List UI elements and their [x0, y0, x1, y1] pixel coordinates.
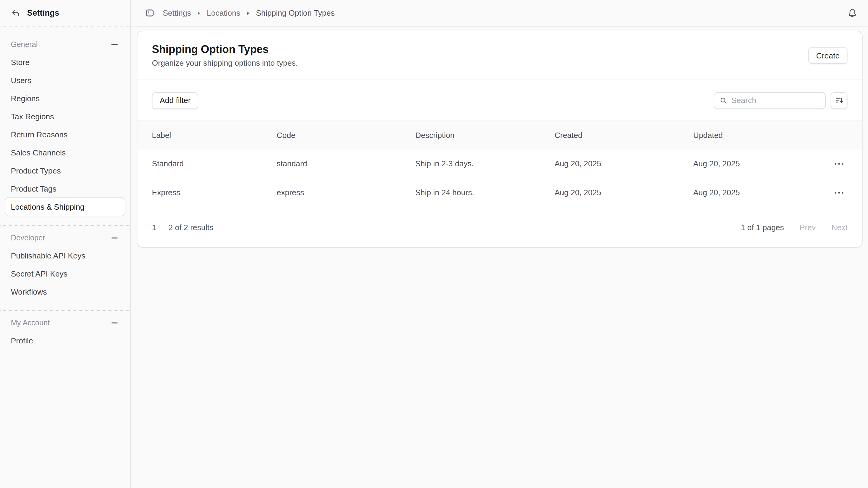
search-box [714, 92, 826, 109]
table-row[interactable]: Express express Ship in 24 hours. Aug 20… [137, 178, 862, 207]
page-title: Shipping Option Types [152, 43, 298, 56]
card-header: Shipping Option Types Organize your ship… [137, 31, 862, 80]
shipping-option-types-card: Shipping Option Types Organize your ship… [137, 31, 862, 247]
minus-icon [111, 41, 118, 48]
sidebar-item-profile[interactable]: Profile [5, 331, 125, 350]
settings-app: Settings General Store Users Regions Tax… [0, 0, 868, 488]
cell-created: Aug 20, 2025 [555, 159, 693, 168]
breadcrumb: Settings Locations Shipping Option Types [163, 8, 845, 18]
back-arrow-icon[interactable] [11, 8, 20, 18]
add-filter-button[interactable]: Add filter [152, 92, 198, 109]
column-header-code: Code [277, 130, 415, 139]
sort-button[interactable] [831, 92, 847, 109]
card-header-text: Shipping Option Types Organize your ship… [152, 43, 298, 67]
toolbar-right [714, 92, 847, 109]
sidebar-item-product-types[interactable]: Product Types [5, 161, 125, 180]
sidebar-item-product-tags[interactable]: Product Tags [5, 180, 125, 198]
sidebar-divider [0, 225, 130, 226]
pagination: 1 — 2 of 2 results 1 of 1 pages Prev Nex… [137, 207, 862, 247]
prev-page-button[interactable]: Prev [800, 223, 815, 232]
sidebar-item-regions[interactable]: Regions [5, 89, 125, 107]
row-actions-button[interactable] [831, 184, 847, 201]
cell-updated: Aug 20, 2025 [693, 188, 826, 197]
sidebar-item-return-reasons[interactable]: Return Reasons [5, 125, 125, 143]
column-header-label: Label [152, 130, 277, 139]
triangle-right-icon [246, 10, 250, 15]
sort-descending-icon [835, 96, 844, 105]
ellipsis-icon [834, 162, 844, 165]
cell-description: Ship in 24 hours. [415, 188, 555, 197]
section-label: Developer [11, 234, 45, 242]
cell-code: standard [277, 159, 415, 168]
sidebar-title: Settings [27, 8, 59, 18]
pagination-controls: 1 of 1 pages Prev Next [741, 223, 847, 232]
column-header-created: Created [555, 130, 693, 139]
section-header-developer: Developer [0, 230, 130, 247]
row-actions-button[interactable] [831, 155, 847, 172]
sidebar-item-workflows[interactable]: Workflows [5, 283, 125, 301]
cell-updated: Aug 20, 2025 [693, 159, 826, 168]
create-button[interactable]: Create [808, 47, 847, 64]
next-page-button[interactable]: Next [832, 223, 847, 232]
sidebar-item-tax-regions[interactable]: Tax Regions [5, 107, 125, 125]
section-header-general: General [0, 36, 130, 53]
sidebar-item-sales-channels[interactable]: Sales Channels [5, 143, 125, 161]
ellipsis-icon [834, 191, 844, 194]
sidebar-item-secret-api-keys[interactable]: Secret API Keys [5, 264, 125, 283]
minus-icon [111, 319, 118, 327]
collapse-developer-button[interactable] [110, 233, 119, 243]
search-icon [720, 96, 727, 104]
results-count: 1 — 2 of 2 results [152, 223, 213, 232]
table-header-row: Label Code Description Created Updated [137, 121, 862, 150]
section-label: My Account [11, 319, 50, 327]
sidebar-header: Settings [0, 0, 130, 27]
sidebar-toggle-icon [145, 8, 154, 18]
page-subtitle: Organize your shipping options into type… [152, 59, 298, 67]
column-header-description: Description [415, 130, 555, 139]
topbar: Settings Locations Shipping Option Types [131, 0, 868, 27]
table-toolbar: Add filter [137, 80, 862, 121]
breadcrumb-settings[interactable]: Settings [163, 8, 191, 18]
cell-actions [826, 155, 847, 172]
notifications-button[interactable] [845, 6, 860, 20]
breadcrumb-current: Shipping Option Types [256, 8, 335, 18]
cell-label: Express [152, 188, 277, 197]
sidebar-nav: General Store Users Regions Tax Regions … [0, 27, 130, 350]
sidebar-item-publishable-api-keys[interactable]: Publishable API Keys [5, 247, 125, 264]
sidebar-item-store[interactable]: Store [5, 53, 125, 71]
cell-label: Standard [152, 159, 277, 168]
section-header-my-account: My Account [0, 315, 130, 331]
table-row[interactable]: Standard standard Ship in 2-3 days. Aug … [137, 150, 862, 178]
sidebar-item-locations-shipping[interactable]: Locations & Shipping [5, 198, 125, 216]
settings-sidebar: Settings General Store Users Regions Tax… [0, 0, 131, 488]
triangle-right-icon [197, 10, 201, 15]
cell-code: express [277, 188, 415, 197]
sidebar-divider [0, 310, 130, 311]
cell-actions [826, 184, 847, 201]
breadcrumb-locations[interactable]: Locations [207, 8, 240, 18]
column-header-updated: Updated [693, 130, 826, 139]
cell-description: Ship in 2-3 days. [415, 159, 555, 168]
minus-icon [111, 234, 118, 241]
page-indicator: 1 of 1 pages [741, 223, 784, 232]
cell-created: Aug 20, 2025 [555, 188, 693, 197]
main-area: Settings Locations Shipping Option Types [131, 0, 868, 488]
bell-icon [847, 8, 857, 18]
collapse-my-account-button[interactable] [110, 318, 119, 328]
section-label: General [11, 40, 38, 49]
collapse-general-button[interactable] [110, 40, 119, 50]
sidebar-toggle-button[interactable] [143, 6, 157, 20]
sidebar-item-users[interactable]: Users [5, 71, 125, 89]
search-input[interactable] [732, 96, 820, 105]
